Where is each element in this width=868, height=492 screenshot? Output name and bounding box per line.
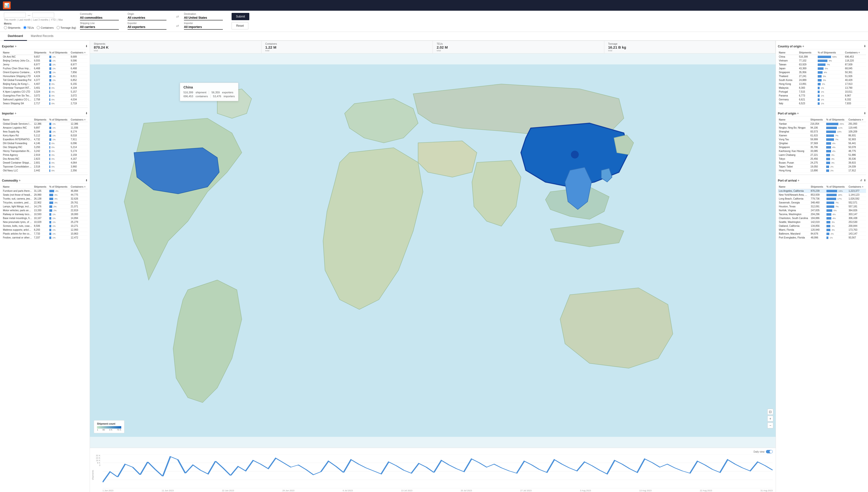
- port-arrival-add-btn[interactable]: +: [797, 178, 799, 182]
- table-row[interactable]: Guangzhou Five Six Tec... 3,072 0% 3,072: [2, 94, 88, 98]
- table-row[interactable]: Trunks; suit, camera, jew... 26,138 3% 3…: [2, 197, 88, 201]
- table-row[interactable]: Singapore 35,706 4% 50,078: [778, 145, 866, 149]
- table-row[interactable]: Italy 6,523 1% 7,833: [778, 102, 866, 105]
- table-row[interactable]: Norfolk, Virginia 247,835 5% 364,826: [778, 208, 866, 213]
- table-row[interactable]: Baltimore, Maryland 84,676 2% 143,147: [778, 232, 866, 236]
- port-arrival-download-btn[interactable]: ⬇: [864, 179, 866, 182]
- table-row[interactable]: Houston, Texas 312,091 7% 557,181: [778, 205, 866, 208]
- map-zoom-out[interactable]: −: [767, 422, 773, 428]
- country-add-btn[interactable]: +: [802, 44, 804, 48]
- metric-teus-radio[interactable]: [23, 26, 26, 29]
- table-row[interactable]: Thailand 27,241 3% 51,926: [778, 74, 866, 78]
- table-row[interactable]: Taiwan 63,929 7% 87,509: [778, 63, 866, 67]
- date-this-month[interactable]: This month: [4, 19, 16, 21]
- table-row[interactable]: Jenny 8,977 1% 8,977: [2, 63, 88, 67]
- table-row[interactable]: New York/Newark Area, ... 853,939 18% 1,…: [778, 193, 866, 197]
- table-row[interactable]: Screws, bolts, nuts, coac... 8,506 1% 10…: [2, 224, 88, 228]
- table-row[interactable]: Beijing Century Joho Co... 9,555 1% 9,58…: [2, 59, 88, 63]
- metric-tonnage-radio[interactable]: [57, 26, 60, 29]
- port-arrival-refresh-btn[interactable]: ↺: [860, 179, 862, 182]
- table-row[interactable]: Laem Chabang 27,221 3% 51,886: [778, 153, 866, 157]
- table-row[interactable]: Base metal mountings, fit... 10,167 1% 1…: [2, 216, 88, 220]
- daily-toggle[interactable]: Daily view: [754, 450, 773, 453]
- map-container[interactable]: China 516,399 shipment 56,359 exporters …: [90, 53, 776, 448]
- table-row[interactable]: Japan 43,369 5% 68,045: [778, 67, 866, 71]
- exporter-add-btn[interactable]: +: [15, 44, 17, 48]
- table-row[interactable]: Ikea Supply Ag 8,184 1% 8,174: [2, 130, 88, 134]
- table-row[interactable]: Hong Kong 13,891 2% 17,913: [778, 82, 866, 86]
- table-row[interactable]: Busan; Pusan 24,275 3% 39,815: [778, 161, 866, 165]
- table-row[interactable]: Port Everglades, Florida 48,996 1% 93,56…: [778, 236, 866, 240]
- table-row[interactable]: Motor vehicles; parts and ... 13,330 2% …: [2, 208, 88, 213]
- date-last-3-months[interactable]: Last 3 months: [33, 19, 48, 21]
- port-arrival-containers-plus[interactable]: +: [862, 185, 863, 188]
- table-row[interactable]: Hecny Transportation IN... 3,242 0% 5,17…: [2, 149, 88, 153]
- table-row[interactable]: Long Beach, California 779,736 17% 1,026…: [778, 197, 866, 201]
- metric-tonnage[interactable]: Tonnage (kg): [57, 26, 76, 29]
- country-containers-plus[interactable]: +: [858, 51, 860, 54]
- table-row[interactable]: Shanghai 83,573 10% 109,209: [778, 130, 866, 134]
- table-row[interactable]: Panama 6,773 1% 8,967: [778, 94, 866, 98]
- metric-containers-radio[interactable]: [37, 26, 40, 29]
- table-row[interactable]: Safround Logistics CO L... 2,758 0% 4,03…: [2, 98, 88, 102]
- metric-shipments-radio[interactable]: [4, 26, 7, 29]
- table-row[interactable]: Miami, Florida 120,940 3% 173,763: [778, 228, 866, 232]
- table-row[interactable]: Los Angeles, California 870,239 19% 1,22…: [778, 189, 866, 193]
- table-row[interactable]: Dewell Container Shippin... 2,601 0% 4,0…: [2, 161, 88, 165]
- table-row[interactable]: Orient Express Containe... 4,979 1% 7,85…: [2, 71, 88, 74]
- table-row[interactable]: Malaysia 8,383 1% 13,790: [778, 86, 866, 90]
- table-row[interactable]: Oh Ami INC 9,657 1% 8,689: [2, 55, 88, 59]
- destination-select[interactable]: All United States: [184, 16, 223, 20]
- date-last-month[interactable]: Last month: [19, 19, 30, 21]
- table-row[interactable]: Global Etrade Services INC 12,386 1% 12,…: [2, 122, 88, 126]
- tab-dashboard[interactable]: Dashboard: [4, 32, 27, 41]
- table-row[interactable]: Furniture and parts there... 31,135 4% 4…: [2, 189, 88, 193]
- table-row[interactable]: Old Navy LLC 2,442 0% 2,356: [2, 169, 88, 173]
- table-row[interactable]: Vietnam 77,102 9% 118,220: [778, 59, 866, 63]
- table-row[interactable]: Oec Shipping INC 3,293 0% 5,214: [2, 145, 88, 149]
- table-row[interactable]: South Korea 24,889 3% 40,429: [778, 78, 866, 82]
- table-row[interactable]: Festive, carnival or other ... 7,337 1% …: [2, 236, 88, 240]
- table-row[interactable]: Kerry Apex Rd 5,112 1% 8,018: [2, 134, 88, 138]
- date-max[interactable]: Max: [58, 19, 63, 21]
- table-row[interactable]: Amazon Logistics INC 9,897 1% 11,936: [2, 126, 88, 130]
- exporter-select[interactable]: All exporters: [128, 25, 167, 30]
- table-row[interactable]: Seaco Shipping SA 2,717 0% 2,719: [2, 102, 88, 105]
- table-row[interactable]: Tricycles, scooters, pedal... 22,902 3% …: [2, 201, 88, 205]
- table-row[interactable]: Topocean Consolidation ... 2,518 0% 3,96…: [2, 165, 88, 169]
- shipping-line-select[interactable]: All carriers: [80, 25, 119, 30]
- table-row[interactable]: Dsv Airsea INC 2,823 0% 4,167: [2, 157, 88, 161]
- table-row[interactable]: Xiamen 61,615 7% 86,931: [778, 134, 866, 138]
- exporter-download-btn[interactable]: ⬇: [85, 45, 88, 48]
- importer-add-btn[interactable]: +: [15, 111, 17, 115]
- importer-containers-plus[interactable]: +: [84, 118, 85, 121]
- reset-button[interactable]: Reset: [232, 22, 248, 29]
- table-row[interactable]: Tokyo 25,456 3% 35,536: [778, 157, 866, 161]
- commodity-add-btn[interactable]: +: [19, 178, 21, 182]
- table-row[interactable]: Railway or tramway loco... 10,593 1% 18,…: [2, 213, 88, 216]
- table-row[interactable]: Charleston, South Carolina 184,886 4% 30…: [778, 216, 866, 220]
- table-row[interactable]: Beijing Kang Jie Kong I... 4,407 0% 6,15…: [2, 82, 88, 86]
- table-row[interactable]: Singapore 35,956 4% 50,361: [778, 71, 866, 74]
- map-zoom-fit[interactable]: ⊡: [767, 409, 773, 415]
- commodity-containers-plus[interactable]: +: [84, 185, 85, 188]
- table-row[interactable]: Expeditors INTERNATIO... 4,732 1% 7,911: [2, 138, 88, 142]
- port-origin-containers-plus[interactable]: +: [862, 118, 863, 121]
- table-row[interactable]: Ningbo; Ning Bo; Ningpo 94,106 11% 119,4…: [778, 126, 866, 130]
- table-row[interactable]: Toll Global Forwarding Pvt 4,377 1% 6,85…: [2, 78, 88, 82]
- importer-select[interactable]: All importers: [184, 25, 223, 30]
- exporter-containers-plus[interactable]: +: [84, 51, 85, 54]
- world-map[interactable]: [90, 53, 776, 448]
- table-row[interactable]: Kaohsiung; Kao Hsiung 33,085 4% 48,775: [778, 149, 866, 153]
- table-row[interactable]: Oakland, California 134,856 3% 200,844: [778, 224, 866, 228]
- commodity-download-btn[interactable]: ⬇: [85, 179, 88, 182]
- commodity-select[interactable]: All commodities: [80, 16, 119, 20]
- table-row[interactable]: Germany 6,621 1% 8,332: [778, 98, 866, 102]
- date-ytd[interactable]: YTD: [51, 19, 56, 21]
- table-row[interactable]: Savannah, Georgia 348,460 7% 552,571: [778, 201, 866, 205]
- metric-teus[interactable]: TEUs: [23, 26, 34, 29]
- table-row[interactable]: Dhl Global Forwarding 4,146 0% 6,096: [2, 142, 88, 145]
- date-to-input[interactable]: 2023-08-31: [32, 13, 54, 18]
- table-row[interactable]: Honourlane Shipping LTD 4,424 1% 6,811: [2, 74, 88, 78]
- table-row[interactable]: Plastic articles for the co... 7,733 1% …: [2, 232, 88, 236]
